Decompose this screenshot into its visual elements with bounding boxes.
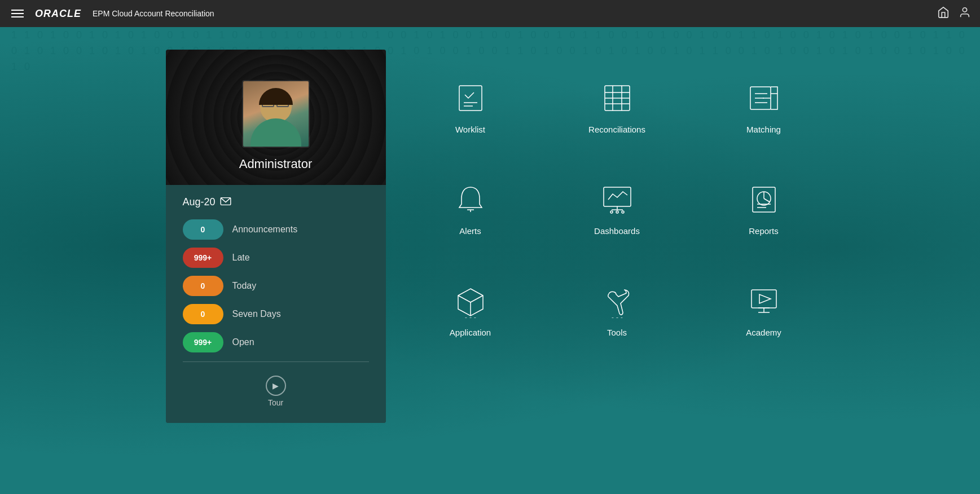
profile-body: Aug-20 0 Announcements 999+ Late 0 T [166,185,386,423]
label-sevendays: Seven Days [232,309,281,319]
date-row: Aug-20 [183,196,369,208]
badge-announcements[interactable]: 0 [183,219,223,240]
tour-play-icon: ▶ [266,376,286,396]
nav-item-dashboards[interactable]: Dashboards [566,162,668,253]
tools-icon [597,281,637,321]
nav-item-academy[interactable]: Academy [713,264,815,354]
main-content: Administrator Aug-20 0 Announcements 999… [0,27,980,494]
header: ORACLE EPM Cloud Account Reconciliation [0,0,980,27]
nav-label-matching: Matching [746,125,781,134]
nav-item-reports[interactable]: Reports [713,162,815,253]
avatar [242,80,310,148]
svg-line-32 [458,295,471,302]
tour-label: Tour [268,398,283,407]
oracle-logo: ORACLE [35,8,81,20]
nav-label-worklist: Worklist [455,125,485,134]
nav-label-reports: Reports [749,226,779,236]
svg-point-23 [622,211,624,213]
nav-label-dashboards: Dashboards [594,226,640,236]
stat-row-late: 999+ Late [183,248,369,268]
date-text: Aug-20 [183,196,216,208]
alerts-icon [451,180,490,219]
user-icon[interactable] [959,6,971,21]
academy-icon [744,281,784,321]
stat-row-sevendays: 0 Seven Days [183,304,369,324]
svg-rect-2 [459,86,482,111]
label-late: Late [232,253,250,263]
svg-point-0 [963,7,966,11]
nav-label-application: Application [450,328,491,337]
divider [183,361,369,362]
svg-line-33 [471,295,483,302]
reconciliations-icon [597,78,637,118]
header-icons [937,6,971,21]
nav-label-academy: Academy [746,328,781,337]
stat-row-open: 999+ Open [183,332,369,352]
svg-rect-25 [753,187,775,212]
badge-late[interactable]: 999+ [183,248,223,268]
badge-open[interactable]: 999+ [183,332,223,352]
nav-item-matching[interactable]: Matching [713,61,815,151]
nav-item-alerts[interactable]: Alerts [420,162,521,253]
label-today: Today [232,281,257,291]
nav-grid: Worklist Reconciliations [420,61,815,354]
envelope-icon[interactable] [220,197,231,208]
stat-row-announcements: 0 Announcements [183,219,369,240]
stat-row-today: 0 Today [183,276,369,296]
nav-item-tools[interactable]: Tools [566,264,668,354]
tour-button[interactable]: ▶ Tour [183,371,369,412]
home-icon[interactable] [937,6,950,21]
nav-label-reconciliations: Reconciliations [588,125,645,134]
label-announcements: Announcements [232,224,298,235]
svg-point-24 [616,211,618,213]
nav-item-worklist[interactable]: Worklist [420,61,521,151]
badge-sevendays[interactable]: 0 [183,304,223,324]
reports-icon [744,180,784,219]
nav-label-alerts: Alerts [459,226,481,236]
profile-card: Administrator Aug-20 0 Announcements 999… [166,50,386,423]
svg-marker-42 [759,294,771,303]
worklist-icon [451,78,490,118]
profile-name: Administrator [239,157,313,171]
svg-point-22 [610,211,613,213]
app-title: EPM Cloud Account Reconciliation [93,9,214,18]
dashboards-icon [597,180,637,219]
badge-today[interactable]: 0 [183,276,223,296]
nav-label-tools: Tools [607,328,627,337]
profile-banner: Administrator [166,50,386,185]
application-icon [451,281,490,321]
label-open: Open [232,337,254,347]
svg-rect-41 [752,290,776,308]
hamburger-menu[interactable] [9,7,26,20]
nav-item-application[interactable]: Application [420,264,521,354]
svg-line-28 [764,199,770,202]
nav-item-reconciliations[interactable]: Reconciliations [566,61,668,151]
matching-icon [744,78,784,118]
